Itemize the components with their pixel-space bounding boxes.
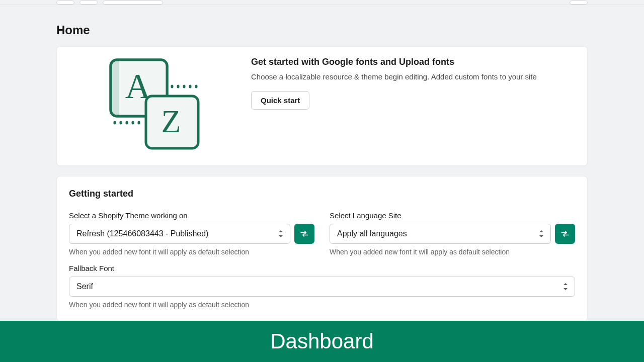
topbar-button-right[interactable] — [570, 1, 588, 5]
fallback-help-text: When you added new font it will apply as… — [69, 301, 575, 309]
hero-content: Get started with Google fonts and Upload… — [251, 56, 575, 110]
theme-select[interactable]: Refresh (125466083443 - Published) — [69, 224, 290, 244]
theme-field: Select a Shopify Theme working on Refres… — [69, 211, 314, 256]
theme-label: Select a Shopify Theme working on — [69, 211, 314, 220]
hero-illustration: A Z — [69, 56, 235, 156]
getting-started-card: Getting started Select a Shopify Theme w… — [56, 176, 588, 321]
hero-title: Get started with Google fonts and Upload… — [251, 57, 575, 67]
select-arrows-icon — [279, 230, 284, 237]
topbar — [0, 0, 644, 5]
topbar-right — [570, 1, 588, 5]
language-select-value: Apply all languages — [337, 229, 407, 238]
quick-start-button[interactable]: Quick start — [251, 91, 309, 110]
select-arrows-icon — [564, 283, 569, 290]
topbar-button-2[interactable] — [79, 1, 98, 5]
theme-swap-button[interactable] — [294, 224, 314, 244]
language-field: Select Language Site Apply all languages… — [330, 211, 575, 256]
language-label: Select Language Site — [330, 211, 575, 220]
language-swap-button[interactable] — [555, 224, 575, 244]
fallback-select[interactable]: Serif — [69, 277, 575, 297]
footer-banner: Dashboard — [0, 321, 644, 362]
language-select[interactable]: Apply all languages — [330, 224, 551, 244]
topbar-button-3[interactable] — [103, 1, 163, 5]
svg-text:Z: Z — [161, 104, 181, 139]
fallback-label: Fallback Font — [69, 264, 575, 273]
topbar-button-1[interactable] — [56, 1, 74, 5]
topbar-left — [56, 1, 163, 5]
swap-icon — [560, 229, 570, 239]
theme-help-text: When you added new font it will apply as… — [69, 248, 314, 256]
footer-label: Dashboard — [270, 329, 373, 353]
hero-card: A Z Get started with Google fonts and Up… — [56, 46, 588, 166]
hero-description: Choose a localizable resource & theme be… — [251, 72, 575, 81]
getting-started-title: Getting started — [69, 189, 575, 199]
page-title: Home — [56, 23, 588, 37]
swap-icon — [299, 229, 309, 239]
fallback-select-value: Serif — [76, 282, 93, 291]
fallback-field: Fallback Font Serif When you added new f… — [69, 264, 575, 309]
az-icon: A Z — [102, 56, 202, 156]
theme-select-value: Refresh (125466083443 - Published) — [76, 229, 208, 238]
language-help-text: When you added new font it will apply as… — [330, 248, 575, 256]
select-arrows-icon — [539, 230, 544, 237]
